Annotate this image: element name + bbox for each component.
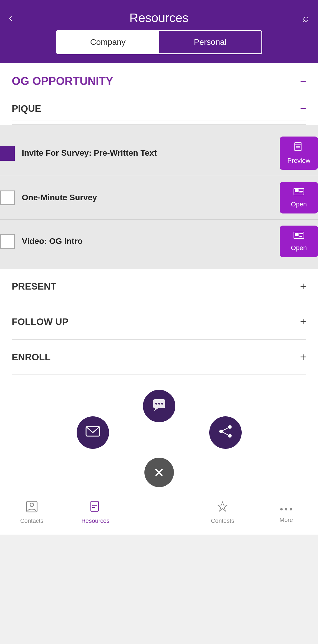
svg-rect-6 — [295, 189, 299, 192]
open-button-survey[interactable]: Open — [280, 182, 318, 213]
resource-item-left: One-Minute Survey — [0, 190, 280, 205]
nav-item-contests[interactable]: Contests — [191, 501, 254, 524]
resource-title-survey-text: Invite For Survey: Pre-Written Text — [22, 148, 157, 158]
list-item: Video: OG Intro Open — [0, 220, 318, 263]
resources-icon — [90, 501, 101, 515]
svg-point-33 — [280, 508, 283, 510]
back-button[interactable]: ‹ — [9, 12, 12, 24]
og-opportunity-title: OG OPPORTUNITY — [12, 75, 113, 88]
collapsed-sections: PRESENT + FOLLOW UP + ENROLL + — [0, 269, 318, 375]
main-content: OG OPPORTUNITY − PIQUE − — [0, 63, 318, 125]
share-icon — [218, 424, 233, 441]
preview-icon — [294, 142, 304, 155]
list-item: Invite For Survey: Pre-Written Text Prev… — [0, 131, 318, 176]
preview-label: Preview — [287, 157, 310, 165]
nav-center-placeholder — [127, 499, 191, 526]
svg-point-19 — [161, 403, 163, 405]
resources-label: Resources — [81, 518, 110, 524]
svg-line-25 — [221, 431, 230, 436]
svg-line-24 — [221, 427, 230, 431]
fab-chat-button[interactable] — [143, 390, 175, 422]
more-label: More — [279, 517, 293, 523]
more-icon — [280, 502, 292, 514]
open-label-video: Open — [291, 244, 307, 252]
nav-item-resources[interactable]: Resources — [64, 501, 127, 524]
svg-point-17 — [155, 403, 157, 405]
fab-email-button[interactable] — [77, 416, 109, 449]
enroll-title: ENROLL — [12, 352, 51, 363]
present-title: PRESENT — [12, 281, 56, 292]
pique-title: PIQUE — [12, 103, 41, 114]
resource-title-survey: One-Minute Survey — [22, 192, 97, 203]
svg-rect-28 — [91, 501, 98, 511]
subsection-pique: PIQUE − — [12, 93, 306, 121]
app-header: ‹ Resources ⌕ — [0, 0, 318, 30]
contests-icon — [217, 501, 228, 515]
contests-label: Contests — [211, 518, 234, 524]
checkbox-survey-text[interactable] — [0, 146, 15, 161]
section-present[interactable]: PRESENT + — [12, 269, 306, 304]
follow-up-expand-icon: + — [300, 316, 306, 328]
preview-button-survey-text[interactable]: Preview — [280, 137, 318, 170]
pique-header[interactable]: PIQUE − — [12, 93, 306, 121]
resource-item-left: Video: OG Intro — [0, 234, 280, 249]
contacts-icon — [26, 501, 38, 515]
fab-area: ✕ — [0, 375, 318, 493]
section-og-opportunity: OG OPPORTUNITY − PIQUE − — [12, 63, 306, 125]
open-button-video[interactable]: Open — [280, 226, 318, 257]
list-item: One-Minute Survey Open — [0, 176, 318, 220]
follow-up-title: FOLLOW UP — [12, 316, 68, 327]
svg-rect-11 — [295, 233, 299, 236]
bottom-nav: Contacts Resources Contests — [0, 493, 318, 535]
toggle-wrapper: Company Personal — [56, 30, 262, 54]
og-opportunity-header[interactable]: OG OPPORTUNITY − — [12, 75, 306, 88]
resource-title-video: Video: OG Intro — [22, 236, 83, 247]
search-button[interactable]: ⌕ — [303, 12, 309, 24]
svg-point-34 — [285, 508, 287, 510]
section-enroll[interactable]: ENROLL + — [12, 340, 306, 375]
present-expand-icon: + — [300, 280, 306, 293]
tab-personal[interactable]: Personal — [159, 31, 261, 53]
pique-collapse-icon: − — [300, 102, 306, 115]
tab-toggle: Company Personal — [0, 30, 318, 63]
resource-item-left: Invite For Survey: Pre-Written Text — [0, 146, 280, 161]
og-opportunity-collapse-icon: − — [300, 75, 306, 88]
page-title: Resources — [129, 11, 189, 25]
enroll-expand-icon: + — [300, 351, 306, 363]
chat-icon — [152, 397, 167, 415]
fab-share-button[interactable] — [209, 416, 242, 449]
svg-point-27 — [30, 503, 34, 507]
section-follow-up[interactable]: FOLLOW UP + — [12, 304, 306, 340]
checkbox-survey[interactable] — [0, 190, 15, 205]
nav-item-more[interactable]: More — [254, 502, 318, 523]
svg-marker-16 — [154, 408, 158, 411]
tab-company[interactable]: Company — [57, 31, 159, 53]
contacts-label: Contacts — [20, 518, 43, 524]
close-icon: ✕ — [154, 465, 164, 480]
email-icon — [85, 426, 100, 440]
resource-list: Invite For Survey: Pre-Written Text Prev… — [0, 125, 318, 269]
fab-close-button[interactable]: ✕ — [144, 458, 174, 487]
svg-point-35 — [290, 508, 292, 510]
checkbox-video[interactable] — [0, 234, 15, 249]
svg-marker-32 — [218, 502, 227, 511]
nav-item-contacts[interactable]: Contacts — [0, 501, 64, 524]
svg-point-18 — [158, 403, 160, 405]
open-label-survey: Open — [291, 201, 307, 208]
open-survey-icon — [294, 187, 304, 198]
open-video-icon — [294, 231, 304, 242]
